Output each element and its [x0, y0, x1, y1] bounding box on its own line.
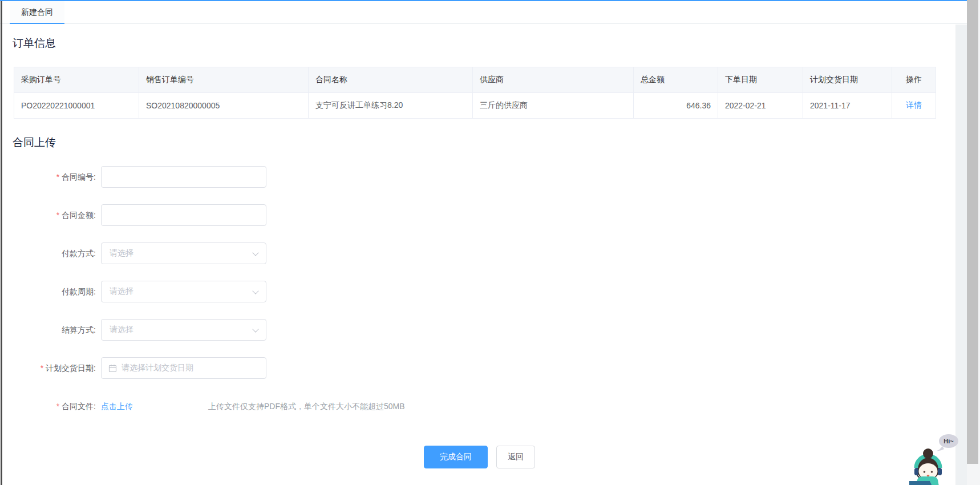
form-row-payment-cycle: 付款周期: 请选择: [13, 281, 266, 302]
new-contract-page: 新建合同 订单信息 采购订单号 销售订单编号 合同名称 供应商 总金额 下单日期…: [0, 0, 980, 485]
contract-no-label: *合同编号:: [13, 166, 96, 188]
tab-label: 新建合同: [21, 7, 53, 17]
mascot-bubble-text: Hi~: [943, 438, 954, 444]
left-edge-strip: [1, 1, 2, 485]
cell-planned-delivery-date: 2021-11-17: [803, 93, 892, 119]
complete-contract-button[interactable]: 完成合同: [424, 446, 488, 468]
col-header-supplier: 供应商: [473, 67, 634, 93]
speech-bubble-tail: [937, 446, 944, 451]
form-row-contract-file: *合同文件: 点击上传 上传文件仅支持PDF格式，单个文件大小不能超过50MB: [13, 395, 405, 417]
settlement-method-placeholder: 请选择: [102, 325, 133, 335]
table-header-row: 采购订单号 销售订单编号 合同名称 供应商 总金额 下单日期 计划交货日期 操作: [14, 67, 936, 93]
col-header-planned-delivery-date: 计划交货日期: [803, 67, 892, 93]
order-info-table: 采购订单号 销售订单编号 合同名称 供应商 总金额 下单日期 计划交货日期 操作…: [14, 67, 936, 119]
payment-cycle-select[interactable]: 请选择: [101, 281, 266, 302]
planned-delivery-date-label-text: 计划交货日期:: [46, 363, 96, 373]
mascot-headphone-right: [938, 468, 942, 475]
payment-cycle-label: 付款周期:: [13, 281, 96, 302]
table-row: PO20220221000001 SO20210820000005 支宁可反讲工…: [14, 93, 936, 119]
col-header-action: 操作: [892, 67, 936, 93]
planned-delivery-date-placeholder: 请选择计划交货日期: [117, 363, 193, 373]
upload-link[interactable]: 点击上传: [101, 395, 133, 417]
col-header-total-amount: 总金额: [634, 67, 718, 93]
chevron-down-icon: [252, 249, 258, 256]
mascot-eye: [931, 471, 933, 473]
form-row-contract-no: *合同编号:: [13, 166, 266, 188]
contract-amount-input[interactable]: [101, 204, 266, 226]
form-row-contract-amount: *合同金额:: [13, 204, 266, 226]
required-mark: *: [56, 172, 59, 181]
tab-new-contract[interactable]: 新建合同: [10, 1, 64, 24]
required-mark: *: [56, 211, 59, 220]
mascot-laptop: [909, 481, 932, 485]
cell-order-date: 2022-02-21: [718, 93, 803, 119]
cell-action: 详情: [892, 93, 936, 119]
mascot-eye: [924, 471, 926, 473]
cell-supplier: 三斤的供应商: [473, 93, 634, 119]
contract-no-input[interactable]: [101, 166, 266, 188]
order-info-title: 订单信息: [13, 36, 56, 51]
settlement-method-select[interactable]: 请选择: [101, 319, 266, 341]
settlement-method-label: 结算方式:: [13, 319, 96, 341]
cell-purchase-order-no: PO20220221000001: [14, 93, 139, 119]
chevron-down-icon: [252, 288, 258, 294]
mascot-mouth: [927, 475, 929, 476]
payment-method-placeholder: 请选择: [102, 248, 133, 258]
planned-delivery-date-label: *计划交货日期:: [13, 357, 96, 379]
right-gutter: [955, 25, 967, 485]
upload-hint: 上传文件仅支持PDF格式，单个文件大小不能超过50MB: [208, 395, 405, 417]
contract-file-label: *合同文件:: [13, 395, 96, 417]
cell-contract-name: 支宁可反讲工单练习8.20: [309, 93, 473, 119]
payment-method-select[interactable]: 请选择: [101, 242, 266, 264]
contract-amount-label-text: 合同金额:: [62, 211, 96, 220]
detail-link[interactable]: 详情: [906, 100, 922, 110]
service-mascot[interactable]: Hi~: [909, 422, 962, 485]
contract-amount-label: *合同金额:: [13, 204, 96, 226]
planned-delivery-date-picker[interactable]: 请选择计划交货日期: [101, 357, 266, 379]
top-accent-line: [0, 0, 967, 1]
contract-upload-title: 合同上传: [13, 135, 56, 150]
payment-method-label: 付款方式:: [13, 242, 96, 264]
cell-sales-order-no: SO20210820000005: [139, 93, 309, 119]
required-mark: *: [41, 363, 43, 373]
col-header-sales-order-no: 销售订单编号: [139, 67, 309, 93]
col-header-order-date: 下单日期: [718, 67, 803, 93]
form-row-payment-method: 付款方式: 请选择: [13, 242, 266, 264]
payment-cycle-placeholder: 请选择: [102, 286, 133, 297]
tab-bar: 新建合同: [0, 1, 967, 24]
calendar-icon: [108, 364, 117, 373]
col-header-contract-name: 合同名称: [309, 67, 473, 93]
mascot-hair-bun: [923, 448, 933, 459]
contract-file-label-text: 合同文件:: [62, 402, 96, 411]
required-mark: *: [56, 402, 59, 411]
contract-no-label-text: 合同编号:: [62, 172, 96, 181]
col-header-purchase-order-no: 采购订单号: [14, 67, 139, 93]
mascot-headphone-left: [914, 468, 918, 475]
back-button[interactable]: 返回: [496, 446, 535, 468]
form-row-planned-delivery-date: *计划交货日期: 请选择计划交货日期: [13, 357, 266, 379]
main-content: 订单信息 采购订单号 销售订单编号 合同名称 供应商 总金额 下单日期 计划交货…: [3, 25, 955, 485]
cell-total-amount: 646.36: [634, 93, 718, 119]
chevron-down-icon: [252, 326, 258, 332]
scrollbar-track[interactable]: [967, 0, 980, 485]
scrollbar-thumb[interactable]: [967, 0, 978, 464]
mascot-illustration: Hi~: [909, 422, 962, 485]
form-row-settlement-method: 结算方式: 请选择: [13, 319, 266, 341]
